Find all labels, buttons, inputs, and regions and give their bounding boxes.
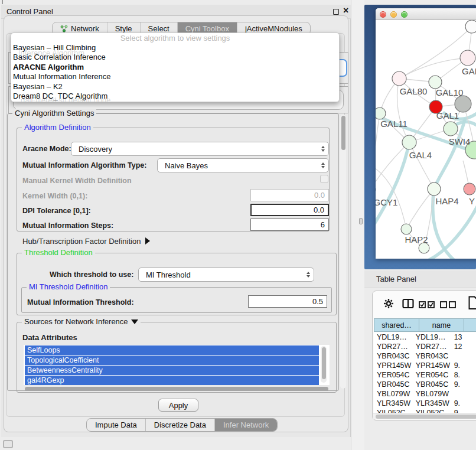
network-node[interactable] [465, 20, 476, 33]
stepper-icon [321, 162, 325, 168]
network-edge[interactable] [399, 58, 468, 79]
network-node-gal[interactable] [460, 50, 475, 66]
network-graph-canvas[interactable]: GALGAL80GAL10GAL1GAL11GAL4SWI4GCY1HAP4YH… [376, 20, 476, 259]
bottom-tab-infer-network[interactable]: Infer Network [215, 419, 277, 431]
network-edge[interactable] [399, 27, 472, 79]
dropdown-item-bayesian-hill-climbing[interactable]: Bayesian – Hill Climbing [11, 43, 339, 53]
attribute-list: SelfLoops TopologicalCoefficient Between… [24, 345, 330, 385]
mi-threshold-label: Mutual Information Threshold: [27, 298, 134, 306]
split-columns-icon[interactable] [402, 298, 414, 309]
stepper-icon [321, 146, 325, 152]
network-node-gal10[interactable] [429, 76, 442, 89]
mi-threshold-definition-legend: MI Threshold Definition [27, 282, 110, 291]
network-node[interactable] [419, 243, 429, 253]
data-attributes-label: Data Attributes [22, 333, 77, 342]
close-panel-icon[interactable]: × [343, 5, 348, 16]
algorithm-definition-legend: Algorithm Definition [22, 123, 93, 132]
network-node-label: GAL11 [380, 119, 407, 129]
panel-splitter[interactable] [351, 0, 364, 450]
network-icon [60, 25, 68, 32]
minimize-window-button[interactable] [390, 11, 397, 18]
table-row[interactable]: YBR045CYBR045C9. [374, 380, 476, 389]
gear-icon[interactable] [383, 298, 394, 309]
network-node-label: GAL1 [436, 110, 459, 120]
network-node-gal4[interactable] [402, 135, 416, 149]
control-panel-window: Control Panel × Network Style Select Cyn… [1, 5, 351, 437]
dropdown-item-aracne[interactable]: ARACNE Algorithm [11, 63, 339, 72]
network-node[interactable] [444, 122, 458, 136]
network-node[interactable] [455, 96, 471, 112]
algorithm-dropdown: Inference Algorithm galFiltered.sif defa… [11, 32, 340, 102]
dropdown-item-dream8[interactable]: Dream8 DC_TDC Algorithm [11, 92, 339, 101]
network-node-label: HAP4 [435, 196, 458, 206]
attribute-item-betweennesscentrality[interactable]: BetweennessCentrality [25, 366, 319, 375]
which-threshold-select[interactable]: MI Threshold [138, 268, 314, 282]
network-node-label: Y [469, 196, 475, 206]
table-row[interactable]: YPR145WYPR145W9. [374, 361, 476, 370]
table-row[interactable]: YIL052CYIL052C9. [374, 408, 476, 413]
network-node-hap4[interactable] [428, 182, 441, 195]
mi-steps-input[interactable]: 6 [250, 219, 329, 231]
checked-boxes-icon[interactable] [419, 301, 435, 308]
table-row[interactable]: YDL19…YDL19…13 [374, 332, 476, 342]
kernel-width-input[interactable]: 0.0 [250, 189, 329, 201]
network-node-label: GAL10 [436, 87, 464, 97]
document-icon[interactable] [468, 296, 476, 310]
network-node-y[interactable] [464, 183, 475, 195]
dropdown-item-mutual-information[interactable]: Mutual Information Inference [11, 72, 339, 81]
mi-type-select[interactable]: Naive Bayes [157, 158, 329, 172]
network-edge[interactable] [376, 142, 409, 231]
dpi-tolerance-label: DPI Tolerance [0,1]: [22, 207, 91, 215]
network-node-label: GAL4 [409, 150, 432, 160]
dpi-tolerance-input[interactable]: 0.0 [250, 204, 329, 216]
column-header-partial[interactable]: A [464, 318, 476, 332]
settings-hscrollbar-thumb[interactable] [25, 387, 328, 391]
sources-legend[interactable]: Sources for Network Inference [22, 317, 141, 326]
table-row[interactable]: YER054CYER054C8. [374, 370, 476, 380]
network-window-titlebar[interactable] [376, 8, 476, 20]
network-node-label: GCY1 [376, 197, 397, 207]
table-row[interactable]: YLR345WYLR345W9. [374, 399, 476, 408]
close-window-button[interactable] [380, 11, 386, 18]
network-edge[interactable] [406, 189, 434, 229]
table-row[interactable]: YBR043CYBR043C [374, 351, 476, 361]
network-node-gal11[interactable] [376, 107, 386, 119]
table-panel-title: Table Panel [376, 275, 416, 283]
float-panel-icon[interactable] [333, 9, 339, 15]
attribute-list-scrollbar-thumb[interactable] [322, 347, 326, 379]
dropdown-item-basic-correlation[interactable]: Basic Correlation Inference [11, 53, 339, 62]
manual-kernel-checkbox[interactable] [320, 175, 328, 183]
table-row[interactable]: YBL079WYBL079W [374, 389, 476, 399]
network-edge[interactable] [409, 142, 434, 189]
network-node-hap2[interactable] [401, 224, 412, 234]
network-node-label: SWI4 [449, 136, 471, 146]
unchecked-boxes-icon[interactable] [440, 301, 457, 308]
minimized-panel-icon[interactable] [3, 440, 13, 448]
aracne-mode-select[interactable]: Discovery [71, 142, 329, 156]
column-header-shared-name[interactable]: shared… [374, 318, 419, 332]
splitter-handle[interactable] [359, 218, 363, 224]
network-node-gal80[interactable] [392, 71, 406, 86]
bottom-tab-impute-data[interactable]: Impute Data [87, 419, 146, 431]
table-row[interactable]: YDR27…YDR27…12 [374, 342, 476, 351]
mi-threshold-input[interactable]: 0.5 [248, 295, 327, 308]
table-hscrollbar-track[interactable] [373, 413, 476, 419]
settings-scrollbar-thumb[interactable] [341, 116, 345, 150]
zoom-window-button[interactable] [401, 11, 407, 18]
dropdown-item-bayesian-k2[interactable]: Bayesian – K2 [11, 82, 339, 92]
attribute-item-selfloops[interactable]: SelfLoops [25, 345, 319, 355]
attribute-item-gal4rgexp[interactable]: gal4RGexp [25, 376, 319, 385]
table-panel: shared… name A YDL19…YDL19…13 YDR27…YDR2… [372, 291, 476, 420]
apply-button[interactable]: Apply [158, 399, 198, 412]
hub-section-toggle[interactable]: Hub/Transcription Factor Definition [22, 237, 150, 246]
column-header-name[interactable]: name [419, 318, 464, 332]
table-hscrollbar-thumb[interactable] [376, 415, 476, 419]
bottom-tab-discretize-data[interactable]: Discretize Data [146, 419, 215, 431]
kernel-width-label: Kernel Width (0,1): [22, 192, 87, 200]
dropdown-item-list: Bayesian – Hill Climbing Basic Correlati… [11, 43, 339, 101]
stepper-icon [307, 272, 310, 278]
settings-scrollbar-track[interactable] [340, 115, 346, 389]
attribute-list-scrollbar-track[interactable] [321, 346, 327, 383]
dropdown-placeholder: Select algorithm to view settings [11, 34, 339, 43]
attribute-item-topologicalcoefficient[interactable]: TopologicalCoefficient [25, 356, 319, 365]
